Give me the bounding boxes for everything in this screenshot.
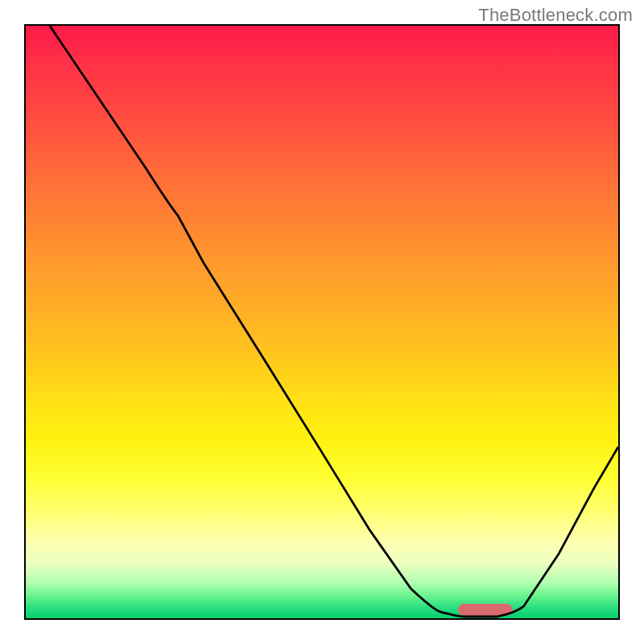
chart-frame: [24, 24, 620, 620]
bottleneck-curve: [50, 26, 618, 617]
chart-svg: [26, 26, 618, 618]
watermark-text: TheBottleneck.com: [478, 5, 633, 26]
